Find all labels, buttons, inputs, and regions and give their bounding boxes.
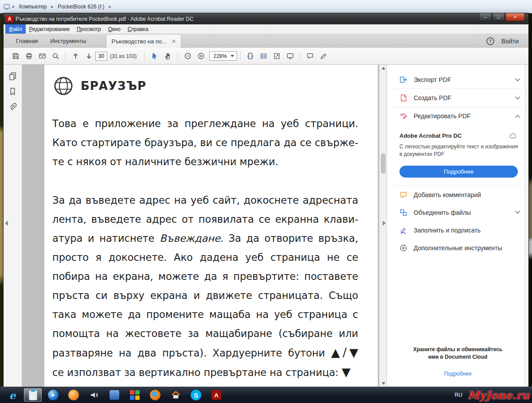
next-page-button[interactable] <box>82 50 95 62</box>
tool-more-tools[interactable]: Дополнительные инструменты <box>387 239 528 257</box>
tab-home[interactable]: Главная <box>10 34 44 48</box>
zoom-in-button[interactable] <box>194 50 207 62</box>
menu-window[interactable]: Окно <box>105 24 124 34</box>
select-tool-button[interactable] <box>148 50 161 62</box>
chevron-up-icon[interactable] <box>515 114 520 118</box>
menu-edit[interactable]: Редактирование <box>26 24 73 34</box>
taskbar-clipboard-icon[interactable] <box>24 388 42 402</box>
sign-in-button[interactable]: Войти <box>501 38 519 45</box>
section-title: БРАУЗЪР <box>81 79 146 93</box>
taskbar-home-icon[interactable] <box>167 388 184 402</box>
taskbar-volume-icon[interactable] <box>85 388 103 402</box>
taskbar-adobe-reader-icon[interactable]: A <box>207 388 225 402</box>
fit-page-button[interactable] <box>270 50 284 62</box>
section-heading: БРАУЗЪР <box>53 74 358 97</box>
collapse-left-pane-icon[interactable] <box>5 221 8 226</box>
tab-tools[interactable]: Инструменты <box>44 34 92 48</box>
document-viewport[interactable]: БРАУЗЪР Това е приложение за преглеждане… <box>22 65 387 387</box>
tool-fill-sign[interactable]: Заполнить и подписать <box>387 221 528 239</box>
hand-tool-button[interactable] <box>161 50 174 62</box>
acrobat-window: A Ръководство на потребителя PocketBook.… <box>4 13 528 387</box>
tools-panel: Экспорт PDF Создать PDF Редактировать PD… <box>387 65 528 387</box>
document-cloud-footer: Храните файлы и обменивайтесь ими в Docu… <box>387 346 528 361</box>
tool-add-comment[interactable]: Добавить комментарий <box>387 186 528 204</box>
previous-page-button[interactable] <box>69 50 82 62</box>
combine-files-icon <box>399 209 407 217</box>
language-indicator[interactable]: RU <box>455 392 462 398</box>
scroll-up-icon[interactable] <box>379 65 387 71</box>
tool-edit-pdf[interactable]: Редактировать PDF <box>387 107 528 125</box>
taskbar-firefox-icon[interactable] <box>146 388 164 402</box>
attachments-icon[interactable] <box>8 103 17 111</box>
zoom-out-button[interactable] <box>181 50 194 62</box>
doc-text-line: побира на екрана, можете да я превъртите… <box>52 267 358 286</box>
page-count-label: (31 из 103) <box>110 53 137 59</box>
comment-tool-button[interactable] <box>304 50 317 62</box>
breadcrumb-separator-icon: ▸ <box>109 4 112 9</box>
explorer-breadcrumb-bar: ▸ Компьютер ▸ PocketBook 626 (I:) ▸ <box>0 0 532 13</box>
tab-close-icon[interactable]: × <box>172 38 176 45</box>
menu-help[interactable]: Справка <box>124 24 152 34</box>
panel-scrollbar[interactable] <box>524 65 528 387</box>
doc-text-line: се използват за вертикално превъртане на… <box>52 363 358 382</box>
taskbar-app-grid-icon[interactable] <box>126 388 144 402</box>
save-button[interactable] <box>9 50 22 62</box>
taskbar-app-blue-icon[interactable] <box>106 388 123 402</box>
presentation-mode-button[interactable] <box>284 50 297 62</box>
comment-icon <box>399 191 407 199</box>
highlight-tool-button[interactable] <box>317 50 330 62</box>
email-button[interactable] <box>35 50 49 62</box>
collapse-right-pane-icon[interactable] <box>383 221 386 226</box>
taskbar: e ▶ S A RU MyJone.ru <box>0 387 532 403</box>
doc-text-line: Това е приложение за преглеждане на уеб … <box>52 114 358 133</box>
desktop-sliver-right <box>528 13 532 387</box>
explorer-window-icon <box>4 4 10 10</box>
globe-icon <box>53 76 74 96</box>
learn-more-button[interactable]: Подробнее <box>399 166 518 178</box>
tool-export-pdf[interactable]: Экспорт PDF <box>387 71 528 89</box>
breadcrumb-separator-icon: ▸ <box>51 4 54 9</box>
zoom-level-select[interactable]: 228% <box>209 51 237 61</box>
taskbar-skype-icon[interactable]: S <box>187 388 205 402</box>
tab-bar: Главная Инструменты Ръководство на по...… <box>4 34 528 48</box>
help-icon[interactable]: ? <box>486 37 494 45</box>
tool-combine-files[interactable]: Объединить файлы <box>387 204 528 221</box>
more-tools-icon <box>399 244 407 252</box>
print-button[interactable] <box>22 50 35 62</box>
taskbar-internet-explorer-icon[interactable]: e <box>4 388 21 402</box>
chevron-down-icon[interactable] <box>515 210 520 214</box>
close-button[interactable]: × <box>505 13 525 21</box>
menu-view[interactable]: Просмотр <box>73 24 105 34</box>
window-title: Ръководство на потребителя PocketBook.pd… <box>16 16 193 22</box>
chevron-down-icon <box>231 55 234 57</box>
doc-text-line: просто я докоснете. Ако дадена уеб стран… <box>52 248 358 267</box>
toolbar-separator <box>177 51 178 61</box>
breadcrumb-pocketbook-drive[interactable]: PocketBook 626 (I:) <box>56 3 106 11</box>
search-icon[interactable] <box>49 50 62 62</box>
scroll-down-icon[interactable] <box>379 380 387 387</box>
taskbar-player-orange-icon[interactable] <box>65 388 82 402</box>
scrolling-mode-button[interactable] <box>244 50 257 62</box>
toolbar: (31 из 103) 228% <box>4 48 528 65</box>
cloud-icon <box>509 132 518 139</box>
title-bar[interactable]: A Ръководство на потребителя PocketBook.… <box>4 13 528 24</box>
fit-width-button[interactable] <box>257 50 270 62</box>
bookmarks-icon[interactable] <box>8 87 17 96</box>
taskbar-media-player-icon[interactable]: ▶ <box>44 388 62 402</box>
maximize-button[interactable]: □ <box>492 13 505 21</box>
main-area: БРАУЗЪР Това е приложение за преглеждане… <box>4 65 528 387</box>
tab-document[interactable]: Ръководство на по... × <box>106 34 182 48</box>
doc-text-line: така можете да промените мащаба на уеб с… <box>52 305 358 324</box>
menu-file[interactable]: Файл <box>5 24 26 34</box>
page-number-input[interactable] <box>95 52 107 61</box>
chevron-down-icon[interactable] <box>515 96 520 100</box>
chevron-down-icon[interactable] <box>515 78 520 82</box>
page-thumbnails-icon[interactable] <box>8 72 17 80</box>
minimize-button[interactable]: – <box>479 13 492 21</box>
pdf-page: БРАУЗЪР Това е приложение за преглеждане… <box>44 65 378 387</box>
tool-create-pdf[interactable]: Создать PDF <box>387 89 528 107</box>
promo-title: Adobe Acrobat Pro DC <box>399 132 462 139</box>
scrollbar-thumb[interactable] <box>381 153 386 174</box>
document-cloud-link[interactable]: Подробнее <box>387 371 528 377</box>
breadcrumb-computer[interactable]: Компьютер <box>17 3 48 11</box>
